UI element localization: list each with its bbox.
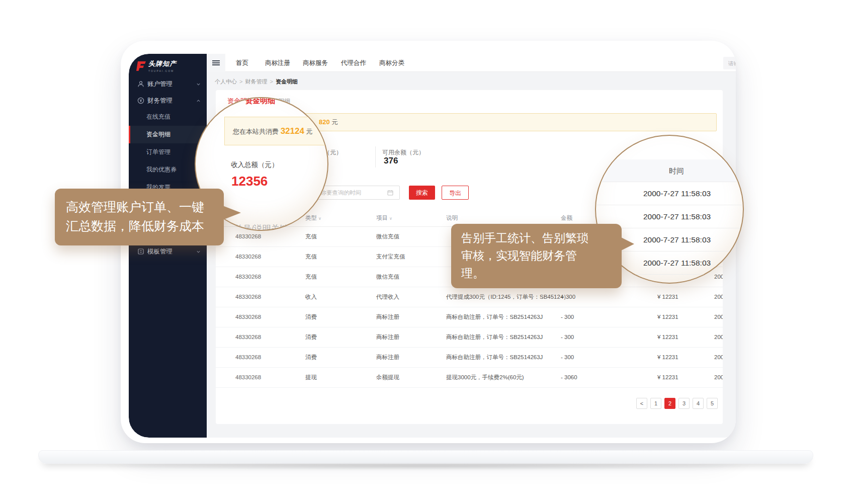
pagination: <12345: [636, 398, 721, 409]
callout-line: 理。: [461, 265, 612, 282]
breadcrumb: 个人中心>财务管理>资金明细: [215, 78, 298, 86]
brand-logo-icon: [136, 60, 147, 71]
sidebar-item-account[interactable]: 账户管理: [129, 75, 207, 93]
table-header-label: 说明: [446, 215, 458, 221]
consumption-banner-text: 820 元: [319, 114, 338, 131]
magnified-consumption-banner: 您在本站共消费 32124 元: [224, 117, 328, 145]
table-cell-balance: ¥ 12231: [657, 368, 678, 387]
table-cell-type: 提现: [305, 368, 317, 387]
laptop-base: [38, 450, 813, 464]
table-cell-order: 48330268: [235, 368, 261, 387]
table-cell-project: 微信充值: [376, 267, 399, 287]
table-header-label: 金额: [561, 215, 572, 221]
table-cell-balance: ¥ 12231: [657, 348, 678, 367]
chevron-down-icon: [196, 249, 201, 254]
table-cell-balance: ¥ 12231: [657, 307, 678, 327]
sidebar-item-label: 财务管理: [147, 97, 173, 105]
calendar-icon[interactable]: [387, 190, 393, 196]
table-cell-project: 余额提现: [376, 368, 399, 387]
consumption-unit: 元: [331, 119, 338, 126]
export-button[interactable]: 导出: [442, 186, 469, 200]
menu-toggle-button[interactable]: [207, 54, 225, 72]
pagination-page-button-active[interactable]: 2: [664, 398, 675, 409]
brand-name: 头牌知产: [148, 59, 177, 68]
table-cell-amount: - 3060: [561, 368, 577, 387]
pagination-page-button[interactable]: 1: [650, 398, 661, 409]
table-row: 48330268消费商标注册商标自助注册，订单号：SB2514263J- 300…: [216, 327, 723, 348]
table-header-cell[interactable]: 项目∨: [376, 209, 392, 227]
callout-line: 高效管理账户订单、一键: [66, 197, 213, 216]
nav-item[interactable]: 代理合作: [341, 54, 366, 72]
table-cell-time: 2000-7-27 11:58:03: [714, 348, 723, 367]
sort-caret-icon[interactable]: ∨: [318, 216, 321, 221]
template-icon: [137, 248, 144, 255]
callout-line: 审核，实现智能财务管: [461, 247, 612, 265]
magnified-tab-label: 资金明细: [245, 97, 275, 106]
brand-logo: 头牌知产 TOUPAI.COM: [136, 59, 177, 74]
nav-item[interactable]: 商标服务: [303, 54, 328, 72]
breadcrumb-separator: >: [239, 78, 242, 85]
stat-balance-value: 376: [384, 156, 398, 166]
table-header-label: 项目: [376, 215, 388, 221]
table-cell-order: 48330268: [235, 307, 261, 327]
sidebar-item-finance[interactable]: 财务管理: [129, 92, 207, 109]
table-cell-time: 2000-7-27 11:58:03: [714, 287, 723, 307]
sort-caret-icon[interactable]: ∨: [389, 216, 392, 221]
table-cell-project: 支付宝充值: [376, 247, 405, 267]
table-cell-desc: 代理提成300元（ID:1245，订单号：SB45124）: [446, 287, 569, 307]
table-row: 48330268收入代理收入代理提成300元（ID:1245，订单号：SB451…: [216, 287, 723, 307]
laptop-mockup: 头牌知产 TOUPAI.COM 账户管理 财务管理: [0, 0, 853, 504]
magnified-time-header: 时间: [596, 159, 743, 182]
table-cell-time: 2000-7-27 11:58:03: [714, 307, 723, 327]
sidebar-subitem-active[interactable]: 资金明细: [129, 126, 207, 143]
table-cell-desc: 商标自助注册，订单号：SB2514263J: [446, 348, 543, 367]
sidebar-item-template[interactable]: 模板管理: [129, 243, 207, 260]
callout-line: 告别手工统计、告别繁琐: [461, 229, 612, 247]
nav-item[interactable]: 商标分类: [379, 54, 404, 72]
table-row: 48330268消费商标注册商标自助注册，订单号：SB2514263J- 300…: [216, 348, 723, 368]
table-cell-order: 48330268: [235, 327, 261, 347]
sidebar-subitem[interactable]: 在线充值: [129, 108, 207, 126]
breadcrumb-item[interactable]: 财务管理: [245, 78, 267, 85]
table-cell-type: 充值: [305, 267, 317, 287]
table-cell-type: 消费: [305, 327, 317, 347]
magnified-banner-prefix: 您在本站共消费: [233, 128, 281, 135]
table-header-label: 类型: [305, 215, 317, 221]
chevron-down-icon: [196, 82, 201, 87]
stat-divider: [375, 146, 376, 167]
table-cell-time: 2000-7-27 11:58:03: [714, 368, 723, 387]
callout-left: 高效管理账户订单、一键 汇总数据，降低财务成本: [55, 189, 224, 245]
table-cell-time: 2000-7-27 11:58:03: [714, 267, 723, 287]
table-cell-balance: ¥ 12231: [657, 327, 678, 347]
search-input[interactable]: [723, 57, 736, 69]
table-cell-amount: - 300: [561, 307, 574, 327]
search-button[interactable]: 搜索: [409, 186, 435, 200]
table-row: 48330268提现余额提现提现3000元，手续费2%(60元)- 3060¥ …: [216, 368, 723, 388]
sidebar: 头牌知产 TOUPAI.COM 账户管理 财务管理: [129, 54, 207, 438]
table-cell-type: 充值: [305, 227, 317, 246]
pagination-page-button[interactable]: 5: [707, 398, 718, 409]
magnified-income-label: 收入总额（元）: [231, 160, 279, 170]
breadcrumb-item[interactable]: 个人中心: [215, 78, 237, 85]
table-cell-amount: - 300: [561, 348, 574, 367]
sidebar-finance-submenu: 在线充值资金明细订单管理我的优惠券我的发票: [129, 108, 207, 196]
brand-tagline: TOUPAI.COM: [148, 69, 177, 72]
breadcrumb-separator: >: [270, 78, 273, 85]
magnified-time-cell: 2000-7-27 11:58:03: [596, 182, 743, 205]
table-cell-desc: 提现3000元，手续费2%(60元): [446, 368, 524, 387]
table-cell-time: 2000-7-27 11:58:03: [714, 327, 723, 347]
wallet-icon: [137, 97, 144, 104]
table-cell-type: 消费: [305, 307, 317, 327]
pagination-page-button[interactable]: 3: [678, 398, 690, 409]
nav-item[interactable]: 商标注册: [265, 54, 290, 72]
table-cell-order: 48330268: [235, 247, 261, 267]
table-row: 48330268消费商标注册商标自助注册，订单号：SB2514263J- 300…: [216, 307, 723, 327]
magnified-banner-amount: 32124: [281, 126, 304, 136]
top-nav: 首页商标注册商标服务代理合作商标分类: [207, 54, 736, 72]
sidebar-item-label: 模板管理: [147, 247, 173, 256]
nav-item[interactable]: 首页: [236, 54, 248, 72]
table-cell-desc: 商标自助注册，订单号：SB2514263J: [446, 307, 543, 327]
pagination-page-button[interactable]: 4: [693, 398, 704, 409]
pagination-prev-button[interactable]: <: [636, 398, 647, 409]
table-cell-order: 48330268: [235, 348, 261, 367]
